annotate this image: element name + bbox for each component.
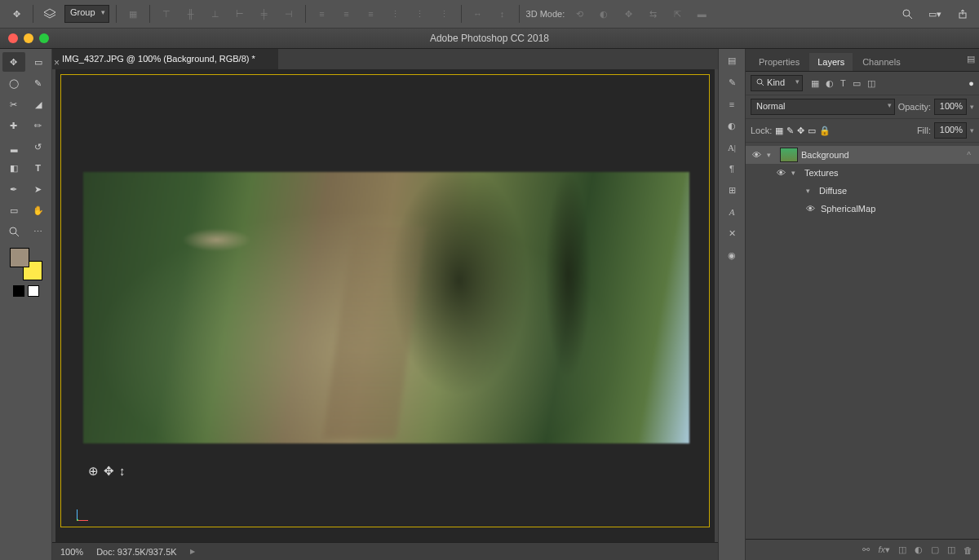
zoom-level[interactable]: 100% [60,547,83,557]
3d-pan-icon[interactable]: ✥ [104,464,114,478]
search-icon[interactable] [897,4,917,24]
foreground-color[interactable] [10,248,29,267]
align-right-icon[interactable]: ⊣ [279,4,299,24]
3d-camera-icon[interactable]: ▬ [692,4,711,24]
layer-style-icon[interactable]: fx▾ [878,545,890,555]
minimize-window-icon[interactable] [24,33,33,43]
move-tool[interactable]: ✥ [2,52,25,72]
layer-row[interactable]: ▾ Diffuse [746,182,979,200]
group-select[interactable]: Group [64,5,109,23]
filter-adjust-icon[interactable]: ◐ [826,78,834,89]
align-hcenter-icon[interactable]: ╪ [255,4,274,24]
3d-dolly-icon[interactable]: ↕ [119,464,126,478]
hand-tool[interactable]: ✋ [27,201,50,220]
visibility-icon[interactable]: 👁 [803,204,817,214]
rectangle-tool[interactable]: ▭ [2,201,25,220]
path-select-tool[interactable]: ➤ [27,179,50,199]
healing-tool[interactable]: ✚ [2,116,25,135]
eyedropper-tool[interactable]: ◢ [27,95,50,114]
layer-name[interactable]: Textures [804,168,839,178]
layer-row[interactable]: 👁 ▾ Background ^ [746,146,979,164]
cc-libraries-icon[interactable]: ◉ [728,250,736,261]
filter-type-icon[interactable]: T [840,78,846,89]
quick-select-tool[interactable]: ✎ [27,73,50,93]
crop-tool[interactable]: ✂ [2,95,25,114]
tab-layers[interactable]: Layers [809,53,853,71]
zoom-tool[interactable] [2,222,25,241]
styles-panel-icon[interactable]: A [729,207,735,217]
lock-transparent-icon[interactable]: ▦ [775,126,783,136]
adjust-panel-icon[interactable]: ◐ [728,121,736,131]
visibility-icon[interactable]: 👁 [773,168,788,178]
panel-menu-icon[interactable]: ▤ [967,54,976,64]
fill-caret-icon[interactable]: ▾ [970,126,974,134]
filter-toggle[interactable]: ● [968,78,974,88]
status-menu-icon[interactable]: ▶ [190,548,195,555]
3d-zoom-icon[interactable]: ⇱ [667,4,687,24]
new-group-icon[interactable]: ▢ [931,545,939,555]
more-tools[interactable]: ⋯ [27,222,50,241]
filter-pixel-icon[interactable]: ▦ [811,78,819,89]
layer-mask-icon[interactable]: ◫ [898,545,906,555]
blend-mode-select[interactable]: Normal [751,99,895,115]
lock-artboard-icon[interactable]: ▭ [808,126,816,136]
tab-properties[interactable]: Properties [751,53,808,71]
dist-bottom-icon[interactable]: ≡ [361,4,381,24]
lock-image-icon[interactable]: ✎ [786,126,794,136]
tab-channels[interactable]: Channels [854,53,908,71]
filter-smart-icon[interactable]: ◫ [867,78,875,89]
layer-name[interactable]: Background [801,150,849,160]
layer-row[interactable]: 👁 SphericalMap [746,200,979,218]
link-layers-icon[interactable]: ⚯ [862,545,870,555]
fill-value[interactable]: 100% [934,122,967,139]
maximize-window-icon[interactable] [39,33,49,43]
align-left-icon[interactable]: ⊢ [230,4,250,24]
expand-icon[interactable]: ▾ [806,187,816,195]
dist-top-icon[interactable]: ≡ [312,4,332,24]
history-panel-icon[interactable]: ▤ [728,55,736,66]
3d-pan-icon[interactable]: ✥ [618,4,638,24]
layer-name[interactable]: SphericalMap [821,204,875,214]
align-grid-icon[interactable]: ▦ [123,4,143,24]
expand-icon[interactable]: ▾ [791,169,801,177]
3d-orbit-icon[interactable]: ⊕ [88,464,99,478]
layer-name[interactable]: Diffuse [819,186,847,196]
filter-shape-icon[interactable]: ▭ [853,78,861,89]
3d-orbit-icon[interactable]: ⟲ [569,4,589,24]
move-tool-icon[interactable]: ✥ [7,4,26,24]
brushes-panel-icon[interactable]: ✎ [729,77,736,88]
space-h-icon[interactable]: ↔ [468,4,488,24]
document-tab[interactable]: × IMG_4327.JPG @ 100% (Background, RGB/8… [52,49,278,69]
paragraph-panel-icon[interactable]: ¶ [729,164,734,174]
workspace-select-icon[interactable]: ▭▾ [925,4,945,24]
doc-size[interactable]: Doc: 937.5K/937.5K [96,547,176,557]
layers-icon[interactable] [40,4,60,24]
eraser-tool[interactable]: ◧ [2,158,25,178]
adjustment-layer-icon[interactable]: ◐ [915,545,923,555]
quickmask-icon[interactable] [13,285,24,297]
expand-icon[interactable]: ▾ [767,151,777,159]
align-vcenter-icon[interactable]: ╫ [181,4,201,24]
layer-row[interactable]: 👁 ▾ Textures [746,164,979,182]
swatches-panel-icon[interactable]: ≡ [729,99,734,109]
brush-tool[interactable]: ✏ [27,116,50,135]
close-window-icon[interactable] [8,33,18,43]
delete-layer-icon[interactable]: 🗑 [963,545,972,555]
glyphs-panel-icon[interactable]: ⊞ [729,185,736,196]
stamp-tool[interactable]: ▂ [2,137,25,157]
3d-slide-icon[interactable]: ⇆ [643,4,662,24]
dist-right-icon[interactable]: ⋮ [435,4,454,24]
new-layer-icon[interactable]: ◫ [947,545,955,555]
space-v-icon[interactable]: ↕ [493,4,512,24]
type-tool[interactable]: T [27,158,50,178]
layer-thumbnail[interactable] [780,148,798,162]
lock-position-icon[interactable]: ✥ [797,126,804,136]
lasso-tool[interactable]: ◯ [2,73,25,93]
3d-secondary-view[interactable]: ⊕ ✥ ↕ [88,464,126,478]
dist-left-icon[interactable]: ⋮ [386,4,405,24]
marquee-tool[interactable]: ▭ [27,52,50,72]
filter-kind-select[interactable]: Kind [751,75,803,91]
opacity-caret-icon[interactable]: ▾ [970,103,974,111]
share-icon[interactable] [953,4,972,24]
3d-roll-icon[interactable]: ◐ [594,4,614,24]
